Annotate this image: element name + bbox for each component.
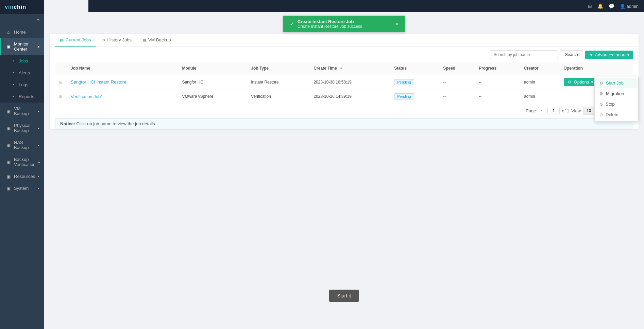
sidebar-item-backup-verification[interactable]: ▣ Backup Verification ▸ (0, 153, 44, 170)
toast-check-icon: ✓ (290, 21, 294, 27)
notice-bar: Notice: Click on job name to view the jo… (55, 118, 633, 129)
page-label: Page (526, 108, 536, 113)
tab-history-icon: ⟲ (102, 38, 105, 42)
dropdown-migration-label: Migration (606, 91, 624, 96)
sidebar-toggle[interactable]: ≡ (0, 14, 44, 26)
col-job-name: Job Name (67, 62, 178, 74)
progress-cell: -- (475, 74, 520, 90)
sidebar: vinchin ≡ ⌂ Home ▣ Monitor Center ▾ • Jo… (0, 0, 44, 329)
dropdown-item-delete[interactable]: ⊙ Delete (595, 109, 638, 120)
col-create-time[interactable]: Create Time ▼ (309, 62, 390, 74)
tab-current-jobs[interactable]: ▤ Current Jobs (55, 34, 96, 47)
logs-icon: • (11, 82, 16, 87)
user-label: admin (627, 4, 639, 9)
speed-cell2: -- (439, 90, 475, 103)
module-cell: Sangfor HCI (178, 74, 247, 90)
nas-backup-icon: ▣ (6, 143, 11, 148)
start-it-button[interactable]: Start it (329, 290, 359, 302)
tab-history-label: History Jobs (107, 37, 132, 42)
user-menu[interactable]: 👤 admin (620, 4, 639, 9)
advanced-search-label: Advanced search (595, 52, 629, 57)
col-operation: Operation (560, 62, 633, 74)
job-name-link[interactable]: Sangfor HCI Instant Restore (71, 79, 126, 85)
sidebar-item-home[interactable]: ⌂ Home (0, 26, 44, 38)
search-button[interactable]: Search (561, 50, 582, 59)
jobs-table: Job Name Module Job Type Create Time ▼ S… (55, 62, 633, 103)
toast-close-button[interactable]: × (395, 21, 399, 27)
table-row: ⊞ Sangfor HCI Instant Restore Sangfor HC… (55, 74, 633, 90)
reports-icon: • (11, 94, 16, 99)
chevron-icon4: ▸ (38, 160, 40, 164)
dropdown-delete-label: Delete (606, 112, 618, 117)
col-module: Module (178, 62, 247, 74)
sidebar-item-physical-backup[interactable]: ▣ Physical Backup ▸ (0, 120, 44, 136)
tabs-bar: ▤ Current Jobs ⟲ History Jobs ▤ VM Backu… (50, 34, 639, 47)
advanced-search-icon: ▼ (589, 52, 594, 57)
topbar: ⊞ 🔔 💬 👤 admin (88, 0, 644, 12)
page-number-input[interactable] (547, 107, 560, 114)
creator-cell2: admin (520, 90, 560, 103)
options-button[interactable]: ⚙ Options ▾ (564, 78, 598, 86)
sidebar-item-alerts[interactable]: • Alerts (0, 67, 44, 79)
row-expand-icon2[interactable]: ⊞ (59, 94, 63, 99)
chevron-icon2: ▸ (38, 126, 39, 130)
jobs-card: ▤ Current Jobs ⟲ History Jobs ▤ VM Backu… (50, 34, 639, 129)
tab-vm-label: VM Backup (148, 37, 171, 42)
row-expand-icon[interactable]: ⊞ (59, 80, 63, 85)
col-progress: Progress (475, 62, 520, 74)
jobs-icon: • (11, 58, 16, 63)
col-expand (55, 62, 67, 74)
physical-backup-icon: ▣ (6, 126, 11, 131)
create-time-cell2: 2023-10-26 14:39:19 (309, 90, 390, 103)
grid-icon[interactable]: ⊞ (588, 3, 592, 9)
chevron-down-icon: ▾ (38, 45, 39, 49)
chevron-icon: ▸ (38, 109, 39, 113)
dropdown-item-start-job[interactable]: ⚙ Start Job (595, 78, 638, 88)
job-name-link2[interactable]: Verification Job1 (71, 94, 103, 99)
sidebar-item-logs[interactable]: • Logs (0, 79, 44, 91)
start-job-icon: ⚙ (599, 81, 603, 86)
sidebar-item-vm-backup[interactable]: ▣ VM Backup ▸ (0, 103, 44, 120)
home-icon: ⌂ (6, 30, 11, 35)
sort-icon[interactable]: ▼ (339, 67, 343, 70)
col-speed: Speed (439, 62, 475, 74)
sidebar-jobs-label: Jobs (19, 58, 39, 63)
module-cell2: VMware vSphere (178, 90, 247, 103)
tab-vm-backup[interactable]: ▤ VM Backup (138, 34, 175, 47)
resources-icon: ▣ (6, 174, 11, 179)
delete-icon: ⊙ (599, 112, 603, 117)
toolbar: Search ▼ Advanced search (50, 47, 639, 62)
sidebar-item-reports[interactable]: • Reports (0, 91, 44, 103)
hamburger-icon: ≡ (37, 18, 39, 23)
pagination: Page ‹ of 1 View 10 20 50 Total 2 record… (50, 103, 639, 118)
dropdown-item-stop[interactable]: ⊙ Stop (595, 99, 638, 109)
prev-page-button[interactable]: ‹ (538, 107, 545, 114)
sidebar-item-resources[interactable]: ▣ Resources ▸ (0, 170, 44, 182)
chat-icon[interactable]: 💬 (609, 3, 614, 9)
options-label: Options (574, 79, 589, 85)
backup-verify-icon: ▣ (6, 160, 11, 165)
sidebar-item-jobs[interactable]: • Jobs (0, 55, 44, 67)
col-status: Status (390, 62, 439, 74)
bell-icon[interactable]: 🔔 (597, 3, 603, 9)
view-label: View (571, 108, 581, 113)
gear-icon: ⚙ (568, 79, 572, 85)
sidebar-sub-monitor: • Jobs • Alerts • Logs • Reports (0, 55, 44, 103)
jobs-table-wrap: Job Name Module Job Type Create Time ▼ S… (50, 62, 639, 103)
dropdown-item-migration[interactable]: ⚙ Migration (595, 88, 638, 99)
search-input[interactable] (490, 50, 558, 59)
tab-history-jobs[interactable]: ⟲ History Jobs (97, 34, 136, 47)
sidebar-item-system[interactable]: ▣ System ▸ (0, 182, 44, 194)
tab-current-icon: ▤ (60, 38, 64, 42)
sidebar-alerts-label: Alerts (19, 70, 39, 75)
chevron-icon5: ▸ (38, 175, 39, 178)
sidebar-item-monitor-center[interactable]: ▣ Monitor Center ▾ (0, 38, 44, 55)
advanced-search-button[interactable]: ▼ Advanced search (585, 51, 633, 59)
col-creator: Creator (520, 62, 560, 74)
chevron-icon3: ▸ (38, 143, 39, 147)
monitor-center-icon: ▣ (6, 44, 11, 49)
sidebar-item-nas-backup[interactable]: ▣ NAS Backup ▸ (0, 136, 44, 153)
notice-text: Click on job name to view the job detail… (76, 121, 156, 126)
tab-vm-icon: ▤ (142, 38, 146, 42)
sidebar-item-label: Home (14, 30, 39, 35)
